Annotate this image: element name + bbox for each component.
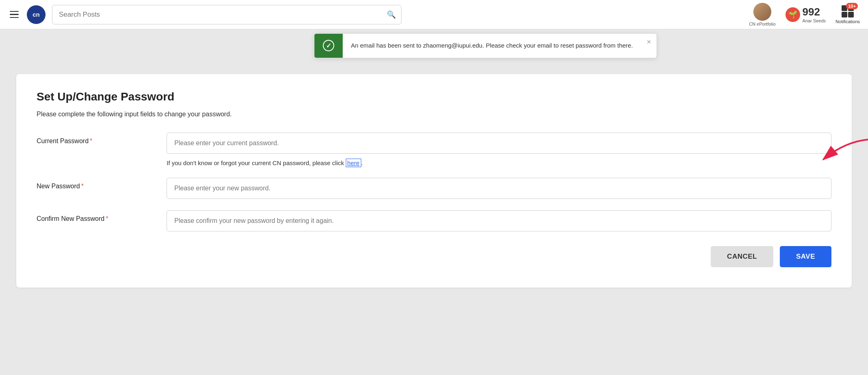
logo-text: cn: [33, 11, 40, 18]
logo-button[interactable]: cn: [27, 5, 46, 24]
notifications-label: Notifications: [835, 19, 860, 24]
notifications-icon-wrap: 10+: [842, 5, 854, 17]
main-area: ✓ An email has been sent to zhaomeng@iup…: [0, 29, 868, 300]
required-star-new: *: [81, 183, 84, 190]
toast-icon-wrap: ✓: [314, 34, 343, 58]
new-password-field-col: [167, 178, 831, 199]
confirm-password-input[interactable]: [167, 210, 831, 231]
current-password-field-col: If you don't know or forgot your current…: [167, 133, 831, 166]
required-star: *: [90, 137, 92, 144]
current-password-row: Current Password* If you don't know or f…: [37, 133, 831, 166]
seeds-icon: 🌱: [786, 7, 800, 22]
cancel-button[interactable]: CANCEL: [711, 246, 773, 267]
toast-notification: ✓ An email has been sent to zhaomeng@iup…: [314, 33, 657, 58]
required-star-confirm: *: [106, 215, 108, 222]
new-password-label: New Password*: [37, 178, 167, 190]
current-password-label: Current Password*: [37, 133, 167, 145]
header-right: CN ePortfolio 🌱 992 Anar Seeds 10+ Notif…: [749, 3, 860, 26]
user-profile[interactable]: CN ePortfolio: [749, 3, 775, 26]
save-button[interactable]: SAVE: [780, 246, 831, 267]
confirm-password-field-col: [167, 210, 831, 231]
toast-message: An email has been sent to zhaomeng@iupui…: [343, 34, 641, 58]
seeds-label: Anar Seeds: [803, 18, 826, 23]
forgot-hint: If you don't know or forgot your current…: [167, 159, 831, 166]
new-password-row: New Password*: [37, 178, 831, 199]
seeds-info[interactable]: 🌱 992 Anar Seeds: [786, 6, 826, 23]
search-input[interactable]: [52, 5, 401, 24]
user-label: CN ePortfolio: [749, 22, 775, 26]
form-subtitle: Please complete the following input fiel…: [37, 111, 831, 118]
notifications-badge: 10+: [846, 3, 858, 9]
red-arrow-icon: [815, 137, 868, 166]
form-title: Set Up/Change Password: [37, 90, 831, 103]
toast-check-icon: ✓: [323, 40, 334, 51]
new-password-input[interactable]: [167, 178, 831, 199]
confirm-password-row: Confirm New Password*: [37, 210, 831, 231]
avatar: [753, 3, 771, 21]
notifications-button[interactable]: 10+ Notifications: [835, 5, 860, 24]
toast-close-button[interactable]: ×: [641, 34, 657, 50]
seeds-count: 992: [803, 6, 826, 18]
hamburger-button[interactable]: [8, 9, 20, 20]
forgot-password-link[interactable]: here: [346, 159, 361, 167]
header: cn 🔍 CN ePortfolio 🌱 992 Anar Seeds: [0, 0, 868, 29]
confirm-password-label: Confirm New Password*: [37, 210, 167, 222]
form-card: Set Up/Change Password Please complete t…: [16, 74, 852, 288]
current-password-input[interactable]: [167, 133, 831, 154]
search-container: 🔍: [52, 5, 401, 24]
form-actions: CANCEL SAVE: [37, 246, 831, 267]
